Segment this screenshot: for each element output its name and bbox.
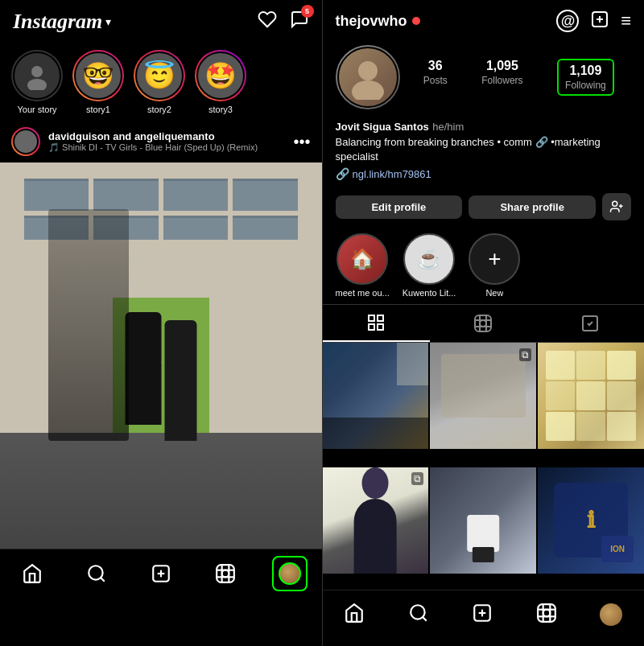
nav-home[interactable] xyxy=(14,556,50,591)
highlight-kuwento[interactable]: ☕ Kuwento Lit... xyxy=(402,233,456,298)
notification-badge: 5 xyxy=(301,5,314,18)
left-header: Instagram ▾ 5 xyxy=(0,0,322,43)
left-bottom-nav xyxy=(0,549,322,605)
tab-grid[interactable] xyxy=(323,305,430,342)
right-panel: thejovwho @ ≡ xyxy=(323,0,645,646)
username-area: thejovwho xyxy=(336,13,420,30)
your-story-label: Your story xyxy=(17,105,56,114)
svg-point-8 xyxy=(221,570,229,577)
edit-profile-button[interactable]: Edit profile xyxy=(336,195,463,219)
add-content-icon[interactable] xyxy=(590,10,609,32)
story-label-3: story3 xyxy=(208,105,233,114)
stat-posts: 36 Posts xyxy=(423,59,448,96)
post-username: davidguison and angeliquemanto xyxy=(48,130,285,142)
svg-point-0 xyxy=(31,66,43,77)
bio-pronouns: he/him xyxy=(432,121,464,133)
followers-label: Followers xyxy=(481,75,522,86)
left-panel: Instagram ▾ 5 xyxy=(0,0,322,646)
svg-line-3 xyxy=(101,578,105,582)
logo-chevron: ▾ xyxy=(105,15,111,28)
post-username-wrap: davidguison and angeliquemanto 🎵 Shinik … xyxy=(48,130,285,153)
nav-profile-avatar xyxy=(279,562,301,585)
story-label-1: story1 xyxy=(86,105,110,114)
svg-rect-23 xyxy=(369,324,374,330)
highlight-meetme[interactable]: 🏠 meet me ou... xyxy=(336,233,390,298)
highlight-meetme-label: meet me ou... xyxy=(336,288,390,298)
story-item-1[interactable]: 🤓 story1 xyxy=(72,50,124,114)
r-nav-search[interactable] xyxy=(408,603,429,627)
posts-count: 36 xyxy=(428,59,443,73)
nav-profile[interactable] xyxy=(272,556,308,591)
right-header: thejovwho @ ≡ xyxy=(323,0,645,42)
svg-point-26 xyxy=(480,320,486,327)
post-subtitle: 🎵 Shinik DI - TV Girls - Blue Hair (Sped… xyxy=(48,142,285,153)
stories-row: Your story 🤓 story1 😇 story2 🤩 story3 xyxy=(0,43,322,121)
bio-link[interactable]: 🔗 ngl.link/hm79861 xyxy=(336,167,632,180)
bio-name: Jovit Sigua Santos xyxy=(336,121,429,133)
highlight-plus-icon: + xyxy=(488,246,501,272)
threads-icon[interactable]: @ xyxy=(556,10,579,32)
bio-section: Jovit Sigua Santos he/him Balancing from… xyxy=(323,113,645,187)
highlight-new[interactable]: + New xyxy=(469,233,520,298)
header-icons: 5 xyxy=(258,10,309,34)
nav-add[interactable] xyxy=(143,556,179,591)
tab-tagged[interactable] xyxy=(537,305,644,342)
nav-reels[interactable] xyxy=(208,556,243,591)
highlights-row: 🏠 meet me ou... ☕ Kuwento Lit... + New xyxy=(323,227,645,304)
grid-photo-5[interactable] xyxy=(430,467,536,574)
story-label-2: story2 xyxy=(147,105,171,114)
share-profile-button[interactable]: Share profile xyxy=(469,195,596,219)
svg-point-1 xyxy=(27,79,47,90)
svg-point-16 xyxy=(358,61,378,80)
svg-line-33 xyxy=(423,617,427,621)
stat-following[interactable]: 1,109 Following xyxy=(557,59,614,96)
highlight-kuwento-label: Kuwento Lit... xyxy=(402,288,456,298)
grid-photo-3[interactable] xyxy=(538,343,644,449)
profile-stats: 36 Posts 1,095 Followers 1,109 Following xyxy=(323,42,645,113)
menu-icon[interactable]: ≡ xyxy=(621,12,631,30)
post-avatar xyxy=(11,127,40,156)
add-person-button[interactable] xyxy=(602,193,631,220)
svg-point-32 xyxy=(411,605,424,619)
online-dot xyxy=(412,17,420,25)
svg-rect-22 xyxy=(378,315,383,321)
svg-point-2 xyxy=(89,566,102,579)
r-nav-reels[interactable] xyxy=(536,603,557,627)
svg-rect-37 xyxy=(538,604,555,622)
svg-rect-21 xyxy=(369,315,374,321)
bio-text: Balancing from breaking branches • comm … xyxy=(336,135,632,164)
post-header: davidguison and angeliquemanto 🎵 Shinik … xyxy=(0,121,322,163)
profile-picture[interactable] xyxy=(336,45,400,109)
grid-photo-4[interactable]: ⧉ xyxy=(323,467,429,574)
svg-rect-7 xyxy=(217,565,234,582)
highlight-new-label: New xyxy=(485,288,503,298)
action-buttons: Edit profile Share profile xyxy=(323,187,645,227)
grid-photo-6[interactable]: 𝕚 ION xyxy=(538,467,644,574)
right-header-icons: @ ≡ xyxy=(556,10,631,32)
your-story-item[interactable]: Your story xyxy=(11,50,63,114)
svg-rect-24 xyxy=(378,324,383,330)
instagram-logo[interactable]: Instagram ▾ xyxy=(13,10,111,34)
heart-icon[interactable] xyxy=(258,10,277,34)
followers-count: 1,095 xyxy=(486,59,518,73)
r-nav-profile[interactable] xyxy=(600,603,622,626)
r-nav-add[interactable] xyxy=(472,603,493,627)
tab-reels[interactable] xyxy=(430,305,537,342)
post-more-icon[interactable]: ••• xyxy=(293,133,310,151)
following-label: Following xyxy=(565,80,606,91)
post-image: DESTREE xyxy=(0,163,322,549)
grid-photo-2[interactable]: ⧉ xyxy=(430,343,536,449)
grid-photo-1[interactable] xyxy=(323,343,429,449)
messages-icon[interactable]: 5 xyxy=(290,10,309,34)
stat-followers[interactable]: 1,095 Followers xyxy=(481,59,522,96)
story-item-2[interactable]: 😇 story2 xyxy=(134,50,185,114)
photo-grid: ⧉ xyxy=(323,343,645,590)
nav-search[interactable] xyxy=(79,556,114,591)
right-bottom-nav xyxy=(323,590,645,646)
svg-point-17 xyxy=(352,80,384,100)
svg-point-18 xyxy=(613,202,617,207)
story-item-3[interactable]: 🤩 story3 xyxy=(195,50,246,114)
r-nav-home[interactable] xyxy=(344,603,365,627)
profile-username: thejovwho xyxy=(336,13,407,30)
stats-row: 36 Posts 1,095 Followers 1,109 Following xyxy=(407,59,632,96)
